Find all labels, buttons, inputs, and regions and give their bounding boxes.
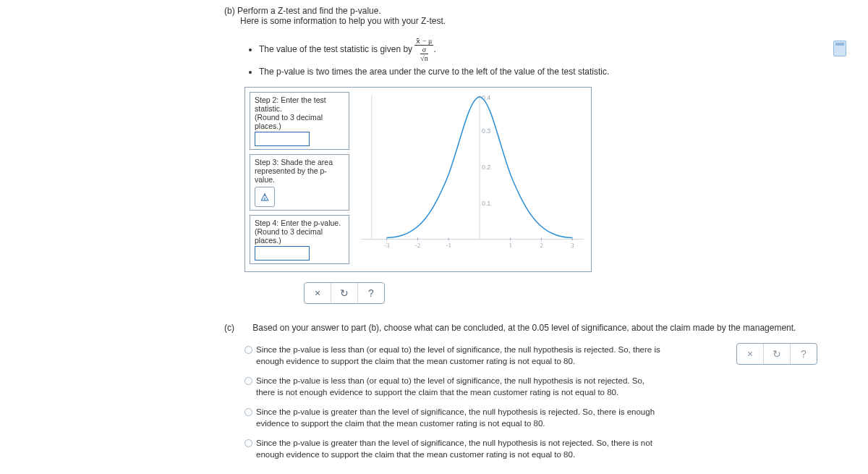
close-icon: × <box>747 348 753 360</box>
x-tick: 1 <box>509 242 511 249</box>
formula-icon: x̄ − μ σ √n <box>414 38 433 62</box>
step2-title: Step 2: Enter the test statistic. <box>255 96 344 113</box>
x-tick: 2 <box>540 242 542 249</box>
part-b-title-1: Perform a Z-test and find the p-value. <box>237 6 381 16</box>
shade-icon <box>260 192 270 202</box>
close-icon: × <box>315 287 320 299</box>
reset-button-2[interactable]: ↻ <box>763 344 790 364</box>
step-3-box: Step 3: Shade the area represented by th… <box>250 154 349 211</box>
close-button-2[interactable]: × <box>737 344 763 364</box>
p-value-input[interactable] <box>255 246 310 261</box>
bullet2-text: The p-value is two times the area under … <box>259 67 609 77</box>
step-4-box: Step 4: Enter the p-value. (Round to 3 d… <box>250 215 349 264</box>
part-b-title-2: Here is some information to help you wit… <box>240 16 868 26</box>
reset-icon: ↻ <box>773 348 781 360</box>
part-c-label: (c) <box>224 323 234 333</box>
shade-button[interactable] <box>255 187 275 207</box>
chart-toolbar: × ↻ ? <box>304 282 385 304</box>
y-tick: 0.4 <box>482 94 490 101</box>
test-statistic-input[interactable] <box>255 132 310 146</box>
x-tick: -2 <box>415 242 420 249</box>
x-tick: -3 <box>384 242 390 249</box>
formula-sigma: σ <box>420 46 428 54</box>
option-1-text: Since the p-value is less than (or equal… <box>256 345 660 365</box>
part-b-header: (b) Perform a Z-test and find the p-valu… <box>224 6 868 26</box>
formula-sqrtn: √n <box>420 54 428 62</box>
help-icon: ? <box>368 287 374 299</box>
bullet1-text: The value of the test statistic is given… <box>259 44 414 54</box>
help-icon: ? <box>801 348 807 360</box>
bullet-test-statistic: The value of the test statistic is given… <box>259 38 868 62</box>
option-4-text: Since the p-value is greater than the le… <box>256 439 652 459</box>
x-tick: -1 <box>446 242 451 249</box>
option-3-text: Since the p-value is greater than the le… <box>256 407 655 428</box>
option-1[interactable]: Since the p-value is less than (or equal… <box>244 343 661 374</box>
conclusion-toolbar: × ↻ ? <box>736 343 817 365</box>
step2-sub: (Round to 3 decimal places.) <box>255 113 344 130</box>
reset-button[interactable]: ↻ <box>331 283 357 303</box>
calculator-icon[interactable] <box>833 41 846 56</box>
step4-title: Step 4: Enter the p-value. <box>255 219 344 227</box>
option-2[interactable]: Since the p-value is less than (or equal… <box>244 374 661 405</box>
close-button[interactable]: × <box>305 283 331 303</box>
steps-column: Step 2: Enter the test statistic. (Round… <box>245 88 354 271</box>
formula-denominator: σ √n <box>414 46 433 62</box>
part-c-intro: Based on your answer to part (b), choose… <box>252 323 796 333</box>
part-b-label: (b) <box>224 6 235 16</box>
option-3[interactable]: Since the p-value is greater than the le… <box>244 405 661 436</box>
y-tick: 0.2 <box>482 164 490 171</box>
option-4[interactable]: Since the p-value is greater than the le… <box>244 436 661 467</box>
info-list: The value of the test statistic is given… <box>259 38 868 77</box>
chart-area[interactable]: -3 -2 -1 1 2 3 0.1 0.2 0.3 0.4 <box>354 88 591 271</box>
part-c: (c) Based on your answer to part (b), ch… <box>224 323 817 467</box>
y-tick: 0.1 <box>482 200 490 207</box>
normal-curve-chart: -3 -2 -1 1 2 3 0.1 0.2 0.3 0.4 <box>354 88 591 261</box>
bullet-pvalue: The p-value is two times the area under … <box>259 67 868 77</box>
step4-sub: (Round to 3 decimal places.) <box>255 227 344 245</box>
step-2-box: Step 2: Enter the test statistic. (Round… <box>250 92 349 150</box>
step3-title: Step 3: Shade the area represented by th… <box>255 158 344 184</box>
reset-icon: ↻ <box>340 287 349 299</box>
y-tick: 0.3 <box>482 127 490 135</box>
work-area: Step 2: Enter the test statistic. (Round… <box>244 87 592 272</box>
option-2-text: Since the p-value is less than (or equal… <box>256 376 644 397</box>
conclusion-options: Since the p-value is less than (or equal… <box>244 343 817 467</box>
formula-numerator: x̄ − μ <box>414 38 433 46</box>
help-button[interactable]: ? <box>357 283 384 303</box>
help-button-2[interactable]: ? <box>790 344 817 364</box>
x-tick: 3 <box>571 242 574 249</box>
